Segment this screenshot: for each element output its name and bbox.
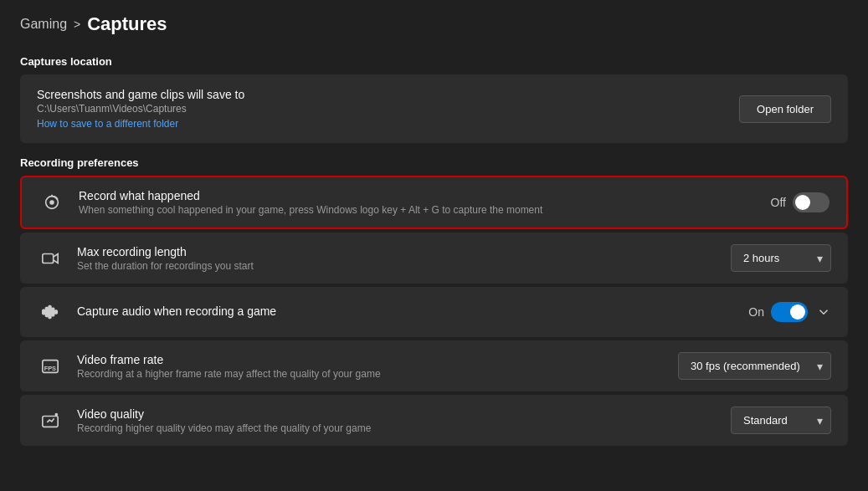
record-toggle[interactable] — [793, 192, 829, 212]
svg-rect-2 — [43, 253, 54, 263]
record-what-happened-text: Record what happened When something cool… — [79, 189, 758, 216]
record-toggle-slider — [793, 192, 829, 212]
svg-rect-5 — [49, 306, 51, 319]
video-quality-icon — [37, 407, 64, 434]
pref-item-record-what-happened: Record what happened When something cool… — [20, 176, 848, 229]
video-frame-rate-text: Video frame rate Recording at a higher f… — [77, 353, 665, 380]
location-link[interactable]: How to save to a different folder — [37, 118, 178, 130]
max-recording-length-title: Max recording length — [77, 245, 717, 258]
svg-rect-6 — [52, 308, 54, 315]
captures-location-card: Screenshots and game clips will save to … — [20, 74, 848, 143]
max-recording-length-dropdown[interactable]: 30 minutes 1 hour 2 hours 4 hours — [731, 244, 831, 272]
record-what-happened-title: Record what happened — [79, 189, 758, 202]
record-what-happened-subtitle: When something cool happened in your gam… — [79, 204, 758, 216]
video-frame-rate-dropdown-wrapper: 30 fps (recommended) 60 fps ▾ — [678, 352, 831, 380]
video-quality-dropdown[interactable]: Standard High — [731, 407, 831, 434]
capture-audio-title: Capture audio when recording a game — [77, 304, 735, 318]
breadcrumb-separator: > — [74, 18, 80, 31]
svg-rect-10 — [43, 416, 58, 427]
max-recording-length-control: 30 minutes 1 hour 2 hours 4 hours ▾ — [731, 244, 831, 272]
fps-icon: FPS — [37, 353, 64, 380]
captures-location-section: Captures location Screenshots and game c… — [20, 55, 848, 143]
location-description: Screenshots and game clips will save to — [37, 88, 244, 101]
record-toggle-wrapper: Off — [771, 192, 829, 212]
capture-audio-toggle-label: On — [748, 305, 764, 319]
video-quality-title: Video quality — [77, 407, 717, 421]
max-recording-length-subtitle: Set the duration for recordings you star… — [77, 260, 717, 272]
video-quality-control: Standard High ▾ — [731, 407, 831, 434]
svg-rect-3 — [43, 309, 45, 315]
breadcrumb: Gaming > Captures — [20, 13, 848, 35]
video-frame-rate-dropdown[interactable]: 30 fps (recommended) 60 fps — [678, 352, 831, 380]
svg-text:FPS: FPS — [44, 364, 56, 371]
location-text-group: Screenshots and game clips will save to … — [37, 88, 244, 130]
location-path: C:\Users\Tuanm\Videos\Captures — [37, 103, 244, 115]
svg-point-1 — [49, 200, 54, 205]
pref-item-max-recording-length: Max recording length Set the duration fo… — [20, 233, 848, 284]
recording-preferences-title: Recording preferences — [20, 156, 848, 169]
pref-item-capture-audio: Capture audio when recording a game On — [20, 287, 848, 337]
max-recording-length-text: Max recording length Set the duration fo… — [77, 245, 717, 272]
captures-location-title: Captures location — [20, 55, 848, 68]
recording-preferences-section: Recording preferences Record what happen… — [20, 156, 848, 446]
video-quality-dropdown-wrapper: Standard High ▾ — [731, 407, 831, 434]
breadcrumb-parent: Gaming — [20, 17, 67, 32]
capture-audio-toggle-slider — [771, 302, 808, 322]
breadcrumb-current: Captures — [87, 13, 167, 35]
svg-rect-7 — [55, 310, 58, 314]
capture-audio-expand-icon[interactable] — [816, 304, 831, 320]
svg-rect-4 — [46, 308, 49, 317]
video-frame-rate-control: 30 fps (recommended) 60 fps ▾ — [678, 352, 831, 380]
open-folder-button[interactable]: Open folder — [739, 95, 831, 123]
svg-point-11 — [55, 412, 59, 416]
record-icon — [39, 189, 65, 216]
max-recording-length-dropdown-wrapper: 30 minutes 1 hour 2 hours 4 hours ▾ — [731, 244, 831, 272]
pref-item-video-quality: Video quality Recording higher quality v… — [20, 395, 848, 446]
capture-audio-toggle-wrapper: On — [748, 302, 808, 322]
capture-audio-text: Capture audio when recording a game — [77, 304, 735, 320]
video-frame-rate-title: Video frame rate — [77, 353, 665, 366]
record-what-happened-control: Off — [771, 192, 829, 212]
capture-audio-toggle[interactable] — [771, 302, 808, 322]
pref-item-video-frame-rate: FPS Video frame rate Recording at a high… — [20, 340, 848, 391]
page-container: Gaming > Captures Captures location Scre… — [0, 0, 868, 463]
record-toggle-label: Off — [771, 196, 786, 209]
video-quality-text: Video quality Recording higher quality v… — [77, 407, 717, 434]
audio-icon — [37, 299, 64, 325]
capture-audio-control: On — [748, 302, 831, 322]
video-frame-rate-subtitle: Recording at a higher frame rate may aff… — [77, 368, 665, 380]
video-quality-subtitle: Recording higher quality video may affec… — [77, 422, 717, 434]
video-camera-icon — [37, 245, 64, 272]
